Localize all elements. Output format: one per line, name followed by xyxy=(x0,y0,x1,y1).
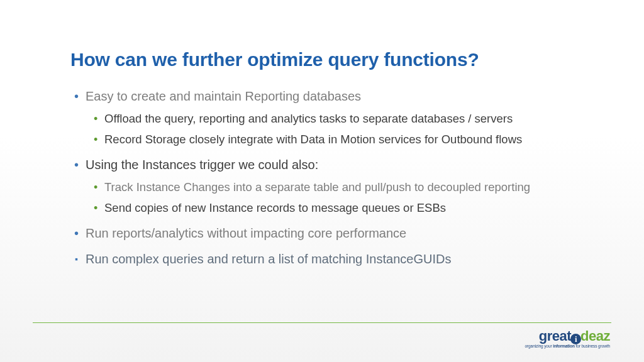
bullet-2-2: Send copies of new Instance records to m… xyxy=(92,200,574,216)
footer-divider xyxy=(33,322,611,323)
bullet-4: Run complex queries and return a list of… xyxy=(72,251,574,268)
slide: How can we further optimize query functi… xyxy=(0,0,644,362)
logo-wordmark: great i deaz xyxy=(539,329,610,343)
bullet-1-text: Easy to create and maintain Reporting da… xyxy=(86,89,361,103)
bullet-2: Using the Instances trigger we could als… xyxy=(72,156,574,216)
bullet-3: Run reports/analytics without impacting … xyxy=(72,225,574,242)
bullet-2-text: Using the Instances trigger we could als… xyxy=(86,158,318,172)
bullet-2-1: Track Instance Changes into a separate t… xyxy=(92,180,574,195)
logo-tagline: organizing your information for business… xyxy=(525,344,610,348)
tagline-post: for business growth xyxy=(575,344,610,348)
logo: great i deaz organizing your information… xyxy=(525,329,610,348)
slide-title: How can we further optimize query functi… xyxy=(70,49,574,70)
bullet-1-sublist: Offload the query, reporting and analyti… xyxy=(92,111,574,148)
bullet-1-2: Record Storage closely integrate with Da… xyxy=(92,132,574,148)
logo-part-deaz: deaz xyxy=(580,329,610,343)
logo-i-icon: i xyxy=(570,334,581,344)
bullet-2-sublist: Track Instance Changes into a separate t… xyxy=(92,180,574,216)
tagline-pre: organizing your xyxy=(525,344,553,348)
tagline-bold: information xyxy=(553,344,575,348)
bullet-1: Easy to create and maintain Reporting da… xyxy=(72,88,574,148)
bullet-list: Easy to create and maintain Reporting da… xyxy=(70,88,574,268)
bullet-1-1: Offload the query, reporting and analyti… xyxy=(92,111,574,127)
logo-part-great: great xyxy=(539,329,571,343)
